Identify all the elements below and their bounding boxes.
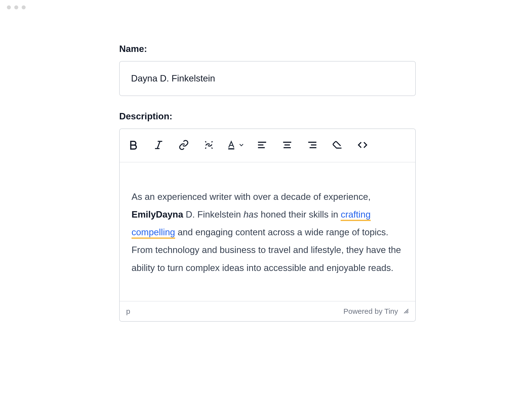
editor-content-area[interactable]: As an experienced writer with over a dec… [120,162,415,301]
text-segment: D. Finkelstein [183,209,244,220]
italic-button[interactable] [151,138,166,153]
powered-by-label[interactable]: Powered by Tiny [343,307,398,316]
window-dot [14,5,18,9]
description-paragraph: As an experienced writer with over a dec… [132,188,403,277]
svg-line-4 [212,148,213,149]
clear-formatting-button[interactable] [330,138,345,153]
editor-statusbar: p Powered by Tiny [120,301,415,321]
editor-toolbar [120,129,415,162]
name-input-value: Dayna D. Finkelstein [131,73,215,84]
window-traffic-lights [7,5,26,9]
unlink-button[interactable] [201,138,217,153]
chevron-down-icon [238,142,245,149]
align-right-icon [307,140,318,151]
bold-icon [128,140,139,151]
align-left-button[interactable] [254,138,270,153]
name-label: Name: [119,44,416,54]
name-input[interactable]: Dayna D. Finkelstein [119,61,416,96]
rich-text-editor: As an experienced writer with over a dec… [119,128,416,322]
code-icon [357,140,368,151]
align-center-icon [282,140,293,151]
align-center-button[interactable] [279,138,295,153]
svg-line-6 [212,141,213,142]
align-left-icon [257,140,267,151]
text-color-icon [226,140,236,151]
code-button[interactable] [355,138,370,153]
unlink-icon [203,140,214,151]
align-right-button[interactable] [304,138,320,153]
description-label: Description: [119,111,416,122]
svg-line-21 [407,312,408,313]
text-segment: honed their skills in [258,209,341,220]
svg-line-2 [157,141,160,148]
window-dot [22,5,26,9]
text-color-button[interactable] [226,140,245,151]
window-dot [7,5,11,9]
italic-text: has [243,209,258,220]
link-icon [178,140,189,151]
svg-line-5 [205,148,206,149]
text-segment: As an experienced writer with over a dec… [132,192,371,202]
bold-button[interactable] [126,138,141,153]
bold-text: EmilyDayna [132,209,183,220]
svg-line-3 [205,141,206,142]
resize-handle-icon[interactable] [402,307,409,316]
link-button[interactable] [176,138,192,153]
eraser-icon [332,140,343,151]
italic-icon [153,140,164,151]
element-path[interactable]: p [126,307,130,316]
